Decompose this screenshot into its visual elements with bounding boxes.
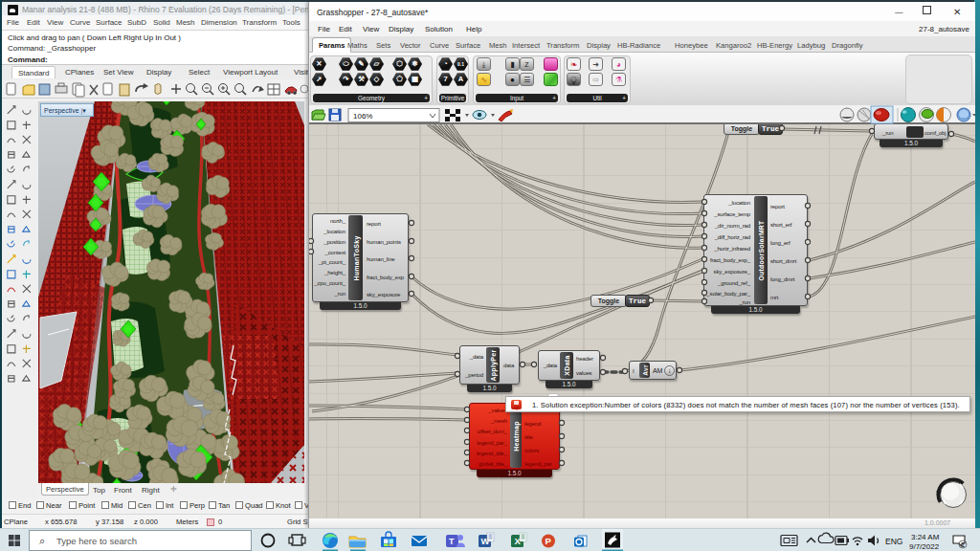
svg-text:T: T xyxy=(449,537,455,546)
svg-text:9/7/2022: 9/7/2022 xyxy=(909,542,940,551)
svg-text:ENG: ENG xyxy=(885,537,902,546)
svg-text:3:24 AM: 3:24 AM xyxy=(911,533,940,541)
svg-text:1: 1 xyxy=(962,541,966,548)
svg-text:106%: 106% xyxy=(353,112,372,121)
svg-text:P: P xyxy=(546,536,552,546)
